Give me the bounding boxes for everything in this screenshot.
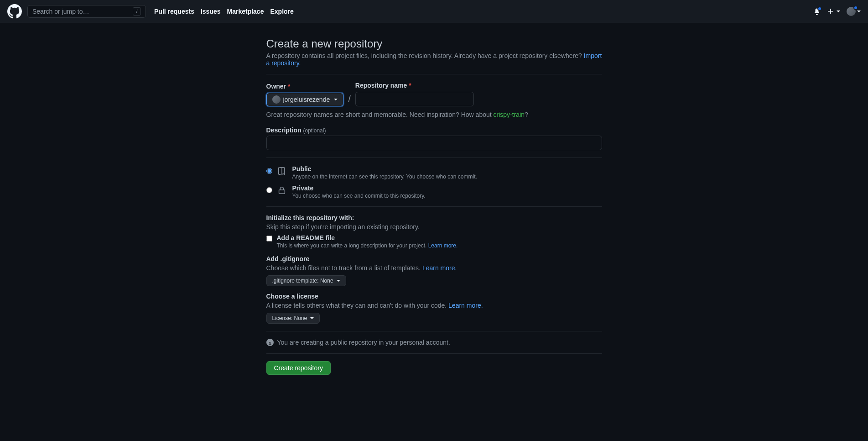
create-new-dropdown[interactable] [827, 8, 840, 15]
main-content: Create a new repository A repository con… [259, 23, 609, 389]
divider [266, 353, 602, 354]
page-title: Create a new repository [266, 37, 602, 50]
page-subtitle: A repository contains all project files,… [266, 52, 602, 67]
init-skip: Skip this step if you're importing an ex… [266, 223, 602, 231]
readme-title: Add a README file [277, 234, 458, 242]
owner-value: jorgeluisrezende [283, 96, 330, 103]
search-placeholder: Search or jump to… [32, 8, 89, 15]
private-sub: You choose who can see and commit to thi… [292, 193, 426, 199]
gitignore-sub: Choose which files not to track from a l… [266, 264, 457, 272]
caret-down-icon [857, 10, 861, 12]
repo-name-input[interactable] [355, 92, 474, 106]
user-menu[interactable] [847, 7, 861, 16]
user-badge [853, 5, 858, 10]
slash-key-icon: / [133, 7, 141, 16]
primary-nav: Pull requests Issues Marketplace Explore [154, 8, 294, 15]
divider [266, 206, 602, 207]
nav-issues[interactable]: Issues [201, 8, 221, 15]
gitignore-title: Add .gitignore [266, 255, 602, 262]
caret-down-icon [310, 317, 314, 319]
public-title: Public [292, 165, 477, 173]
nav-marketplace[interactable]: Marketplace [227, 8, 264, 15]
license-select[interactable]: License: None [266, 313, 320, 324]
nav-pull-requests[interactable]: Pull requests [154, 8, 194, 15]
divider [266, 331, 602, 331]
svg-rect-0 [279, 190, 285, 194]
lock-icon [277, 185, 288, 195]
license-learn-more[interactable]: Learn more. [448, 302, 483, 309]
gitignore-learn-more[interactable]: Learn more. [422, 264, 457, 272]
info-line: You are creating a public repository in … [266, 339, 602, 346]
readme-learn-more[interactable]: Learn more. [428, 242, 458, 249]
suggested-name[interactable]: crispy-train [494, 111, 525, 118]
private-title: Private [292, 184, 426, 192]
github-logo[interactable] [7, 4, 22, 19]
owner-avatar [272, 95, 281, 104]
nav-explore[interactable]: Explore [270, 8, 293, 15]
gitignore-template-select[interactable]: .gitignore template: None [266, 275, 346, 286]
notifications-icon[interactable] [813, 8, 821, 15]
license-sub: A license tells others what they can and… [266, 302, 483, 309]
owner-label: Owner * [266, 83, 344, 90]
divider [266, 74, 602, 74]
caret-down-icon [837, 10, 840, 12]
readme-sub: This is where you can write a long descr… [277, 242, 458, 249]
global-header: Search or jump to… / Pull requests Issue… [0, 0, 868, 23]
license-title: Choose a license [266, 293, 602, 300]
path-separator: / [348, 94, 351, 106]
description-input[interactable] [266, 136, 602, 150]
caret-down-icon [337, 280, 340, 282]
info-icon [266, 339, 274, 346]
init-heading: Initialize this repository with: [266, 214, 602, 221]
create-repository-button[interactable]: Create repository [266, 361, 331, 375]
caret-down-icon [334, 99, 338, 100]
owner-select[interactable]: jorgeluisrezende [266, 93, 344, 106]
repo-icon [277, 166, 288, 176]
visibility-private-radio[interactable] [266, 187, 272, 193]
public-sub: Anyone on the internet can see this repo… [292, 173, 477, 180]
divider [266, 158, 602, 158]
repo-name-label: Repository name * [355, 82, 474, 89]
search-input[interactable]: Search or jump to… / [27, 5, 146, 18]
notification-badge [817, 6, 822, 11]
readme-checkbox[interactable] [266, 236, 272, 242]
description-label: Description (optional) [266, 126, 602, 134]
visibility-public-radio[interactable] [266, 168, 272, 174]
name-hint: Great repository names are short and mem… [266, 111, 602, 118]
